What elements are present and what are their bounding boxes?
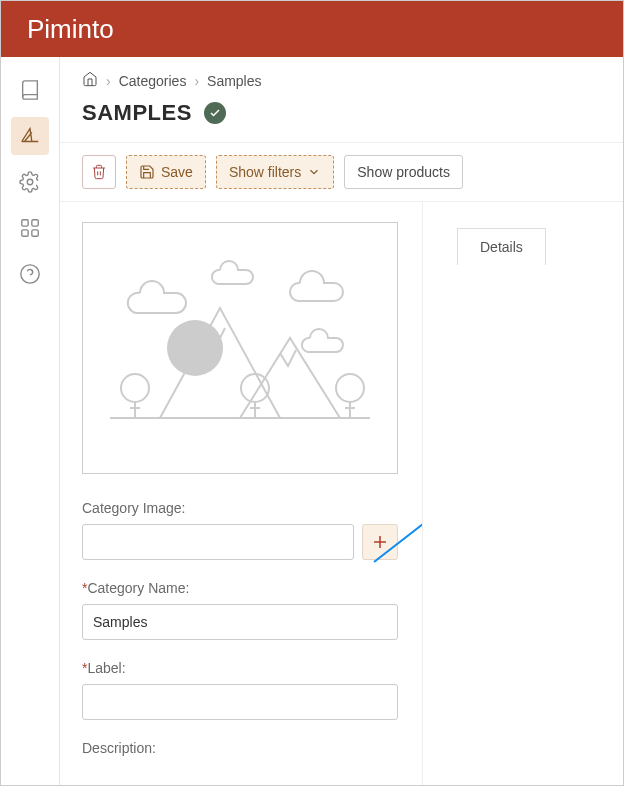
svg-point-0: [27, 179, 33, 185]
filters-label: Show filters: [229, 164, 301, 180]
svg-rect-3: [22, 230, 28, 236]
category-name-label: *Category Name:: [82, 580, 398, 596]
app-title: Piminto: [27, 14, 114, 45]
svg-point-17: [336, 374, 364, 402]
breadcrumb-sep: ›: [194, 73, 199, 89]
book-icon: [19, 79, 41, 101]
svg-rect-4: [32, 230, 38, 236]
show-filters-button[interactable]: Show filters: [216, 155, 334, 189]
save-icon: [139, 164, 155, 180]
sidebar-item-apps[interactable]: [11, 209, 49, 247]
status-badge: [204, 102, 226, 124]
breadcrumb: › Categories › Samples: [60, 57, 623, 90]
sidebar-item-categories[interactable]: [11, 117, 49, 155]
layers-icon: [19, 125, 41, 147]
check-icon: [209, 107, 221, 119]
sidebar: [1, 57, 60, 785]
grid-icon: [19, 217, 41, 239]
label-input[interactable]: [82, 684, 398, 720]
show-products-label: Show products: [357, 164, 450, 180]
plus-icon: [371, 533, 389, 551]
save-label: Save: [161, 164, 193, 180]
add-image-button[interactable]: [362, 524, 398, 560]
svg-point-11: [121, 374, 149, 402]
svg-point-5: [21, 265, 39, 283]
category-name-input[interactable]: [82, 604, 398, 640]
delete-button[interactable]: [82, 155, 116, 189]
gear-icon: [19, 171, 41, 193]
sidebar-item-book[interactable]: [11, 71, 49, 109]
home-icon: [82, 71, 98, 87]
trash-icon: [91, 164, 107, 180]
help-icon: [19, 263, 41, 285]
svg-rect-1: [22, 220, 28, 226]
placeholder-illustration-icon: [100, 248, 380, 448]
svg-point-10: [167, 320, 223, 376]
save-button[interactable]: Save: [126, 155, 206, 189]
chevron-down-icon: [307, 165, 321, 179]
page-title: SAMPLES: [82, 100, 192, 126]
svg-point-14: [241, 374, 269, 402]
form-pane: Category Image: *Category Name: *Label:: [60, 202, 422, 785]
details-pane: Details: [422, 202, 623, 785]
breadcrumb-home[interactable]: [82, 71, 98, 90]
top-bar: Piminto: [1, 1, 623, 57]
show-products-button[interactable]: Show products: [344, 155, 463, 189]
category-image-input[interactable]: [82, 524, 354, 560]
category-image-label: Category Image:: [82, 500, 398, 516]
breadcrumb-categories[interactable]: Categories: [119, 73, 187, 89]
sidebar-item-settings[interactable]: [11, 163, 49, 201]
tab-details[interactable]: Details: [457, 228, 546, 265]
label-label: *Label:: [82, 660, 398, 676]
breadcrumb-samples[interactable]: Samples: [207, 73, 261, 89]
breadcrumb-sep: ›: [106, 73, 111, 89]
image-placeholder: [82, 222, 398, 474]
toolbar: Save Show filters Show products: [60, 142, 623, 202]
sidebar-item-help[interactable]: [11, 255, 49, 293]
svg-rect-2: [32, 220, 38, 226]
description-label: Description:: [82, 740, 398, 756]
